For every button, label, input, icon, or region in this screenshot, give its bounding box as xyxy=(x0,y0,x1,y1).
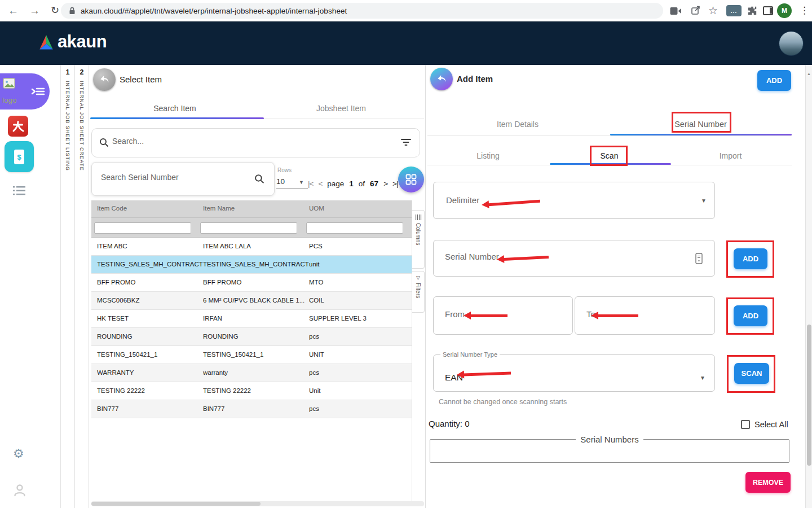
last-page-button[interactable]: >| xyxy=(392,179,398,188)
range-add-button[interactable]: ADD xyxy=(734,305,767,326)
settings-gear-icon[interactable]: ⚙ xyxy=(13,446,24,461)
remove-button[interactable]: REMOVE xyxy=(745,472,791,493)
browser-reload-icon[interactable]: ↻ xyxy=(51,4,59,16)
browser-chrome: ← → ↻ akaun.cloud/#/applet/tnt/wavelet/e… xyxy=(0,0,812,21)
subtab-row-border xyxy=(427,165,792,165)
column-header-item-code[interactable]: Item Code xyxy=(97,205,127,212)
table-row[interactable]: TESTING_150421_1 TESTING_150421_1 UNIT xyxy=(91,346,412,364)
columns-vertical-tab[interactable]: Columns xyxy=(412,210,425,269)
table-row[interactable]: WARRANTY warranty pcs xyxy=(91,364,412,382)
browser-menu-icon[interactable]: ⋮ xyxy=(800,5,809,16)
delimiter-label: Delimiter xyxy=(446,195,479,205)
filter-input-item-code[interactable] xyxy=(94,222,191,234)
select-all-checkbox[interactable] xyxy=(741,420,750,429)
table-row-selected[interactable]: TESTING_SALES_MH_CONTRACT TESTING_SALES_… xyxy=(91,256,412,274)
delimiter-select[interactable]: Delimiter ▼ xyxy=(433,182,715,219)
workspace-tab-listing[interactable]: 1 INTERNAL JOB SHEET LISTING xyxy=(61,65,75,508)
filter-input-uom[interactable] xyxy=(306,222,403,234)
cell-item-code: TESTING 22222 xyxy=(97,387,145,394)
serial-number-type-select[interactable]: Serial Number Type EAN ▼ xyxy=(433,351,715,392)
filters-vertical-tab[interactable]: ▽ Filters xyxy=(412,271,425,313)
table-row[interactable]: HK TESET IRFAN SUPPLER LEVEL 3 xyxy=(91,310,412,328)
serial-number-field xyxy=(433,240,715,277)
scrollbar-thumb[interactable] xyxy=(91,502,261,506)
right-panel-title: Add Item xyxy=(457,74,493,84)
column-header-uom[interactable]: UOM xyxy=(309,205,324,212)
filter-input-item-name[interactable] xyxy=(200,222,297,234)
to-field xyxy=(575,296,715,335)
tab-item-details[interactable]: Item Details xyxy=(427,120,608,129)
sidebar-logo-pill[interactable]: logo xyxy=(0,73,50,110)
cell-uom: Unit xyxy=(309,387,320,394)
workspace-tab-create[interactable]: 2 INTERNAL JOB SHEET CREATE xyxy=(75,65,89,508)
browser-back-icon[interactable]: ← xyxy=(8,5,19,17)
serial-add-button[interactable]: ADD xyxy=(734,248,767,269)
cell-uom: UNIT xyxy=(309,351,324,358)
table-row[interactable]: MCSC006BKZ 6 MM² CU/PVC BLACK CABLE 1...… xyxy=(91,292,412,310)
table-row[interactable]: BFF PROMO BFF PROMO MTO xyxy=(91,274,412,292)
serial-numbers-list[interactable]: Serial Numbers xyxy=(430,435,789,463)
cell-item-name: IRFAN xyxy=(203,315,222,322)
add-item-back-button[interactable] xyxy=(430,68,453,90)
total-pages: 67 xyxy=(370,179,378,188)
scroll-up-icon[interactable]: ▲ xyxy=(807,72,811,76)
handheld-scanner-icon[interactable] xyxy=(695,253,703,264)
scan-button[interactable]: SCAN xyxy=(734,363,769,384)
subtab-listing[interactable]: Listing xyxy=(427,151,549,160)
left-panel-title: Select Item xyxy=(120,75,162,84)
table-horizontal-scrollbar[interactable] xyxy=(91,501,424,506)
cell-item-name: TESTING_SALES_MH_CONTRACT xyxy=(203,261,309,268)
search-icon[interactable] xyxy=(254,174,264,184)
first-page-button[interactable]: |< xyxy=(308,179,313,188)
table-row[interactable]: TESTING 22222 TESTING 22222 Unit xyxy=(91,382,412,400)
serial-search-input[interactable] xyxy=(101,173,248,182)
table-header: Item Code Item Name UOM xyxy=(91,200,412,217)
user-avatar[interactable] xyxy=(779,31,804,56)
side-panel-icon[interactable] xyxy=(761,5,775,17)
table-row[interactable]: BIN777 BIN777 pcs xyxy=(91,400,412,418)
serial-number-input[interactable] xyxy=(445,252,659,261)
table-row[interactable]: ROUNDING ROUNDING pcs xyxy=(91,328,412,346)
camera-icon[interactable] xyxy=(669,5,682,17)
list-menu-icon[interactable] xyxy=(12,185,26,196)
rows-per-page-label: Rows xyxy=(277,167,292,173)
address-bar[interactable]: akaun.cloud/#/applet/tnt/wavelet/erp/int… xyxy=(61,3,663,19)
from-input[interactable] xyxy=(445,309,479,319)
tab-jobsheet-item[interactable]: Jobsheet Item xyxy=(259,104,423,113)
select-item-back-button[interactable] xyxy=(93,68,116,91)
column-header-item-name[interactable]: Item Name xyxy=(203,205,235,212)
browser-forward-icon[interactable]: → xyxy=(29,5,40,17)
app-navbar: akaun xyxy=(0,21,812,65)
rows-per-page-select[interactable]: 10 ▼ xyxy=(276,177,308,189)
tab-search-item[interactable]: Search Item xyxy=(90,104,259,113)
add-item-button[interactable]: ADD xyxy=(757,70,791,91)
profile-person-icon[interactable] xyxy=(12,483,27,497)
subtab-scan[interactable]: Scan xyxy=(549,151,670,160)
grid-view-button[interactable] xyxy=(398,167,424,192)
prev-page-button[interactable]: < xyxy=(318,179,322,188)
bookmark-star-icon[interactable]: ☆ xyxy=(708,4,718,17)
cell-item-name: TESTING 22222 xyxy=(203,387,251,394)
to-input[interactable] xyxy=(586,309,615,319)
right-panel-scrollbar[interactable]: ▲ xyxy=(805,65,812,508)
menu-collapse-icon[interactable] xyxy=(30,85,45,98)
app-root: ← → ↻ akaun.cloud/#/applet/tnt/wavelet/e… xyxy=(0,0,812,508)
page-word: page xyxy=(327,179,344,188)
share-icon[interactable] xyxy=(689,4,703,16)
extensions-puzzle-icon[interactable] xyxy=(745,5,759,17)
next-page-button[interactable]: > xyxy=(383,179,387,188)
columns-tab-label: Columns xyxy=(415,223,421,245)
item-search-box xyxy=(91,128,420,157)
filter-list-icon[interactable] xyxy=(401,138,411,147)
scrollbar-thumb[interactable] xyxy=(807,325,811,466)
cell-item-code: MCSC006BKZ xyxy=(97,297,139,304)
cell-item-name: 6 MM² CU/PVC BLACK CABLE 1... xyxy=(203,297,304,304)
app-tile-da-icon[interactable] xyxy=(8,116,28,137)
item-search-input[interactable] xyxy=(112,137,383,146)
extension-badge-icon[interactable]: ... xyxy=(726,5,742,16)
app-tile-billing-icon[interactable]: $ xyxy=(5,141,34,172)
tab-serial-number[interactable]: Serial Number xyxy=(609,120,792,129)
subtab-import[interactable]: Import xyxy=(670,151,791,160)
browser-profile-avatar[interactable]: M xyxy=(777,3,792,18)
table-row[interactable]: ITEM ABC ITEM ABC LALA PCS xyxy=(91,238,412,256)
